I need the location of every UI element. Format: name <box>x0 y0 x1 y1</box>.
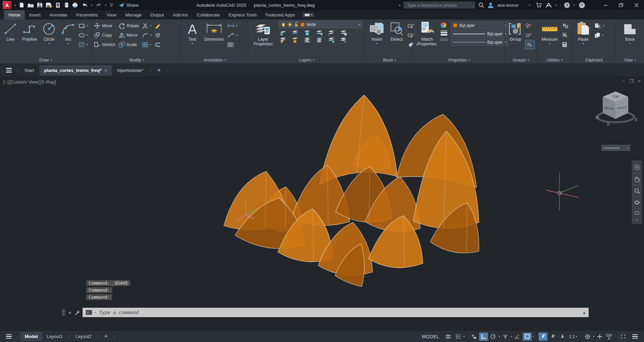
layer-state-tool-icon[interactable] <box>340 30 347 36</box>
file-tab-close-icon[interactable]: × <box>104 68 107 73</box>
nav-zoom-icon[interactable] <box>633 186 641 196</box>
minimize-button[interactable] <box>598 0 613 10</box>
nav-pan-icon[interactable] <box>633 174 641 184</box>
copy-clip-button[interactable]: ▾ <box>595 31 604 39</box>
layer-isolate-tool-icon[interactable] <box>292 30 299 36</box>
command-drag-handle[interactable] <box>62 309 65 315</box>
panel-label-properties[interactable]: Properties▾ <box>414 56 504 63</box>
file-tab-active[interactable]: planta_cortes_treino_freq* × <box>39 65 112 76</box>
layer-match-tool-icon[interactable] <box>316 30 323 36</box>
panel-label-block[interactable]: Block▾ <box>366 56 413 63</box>
new-layout-button[interactable]: + <box>100 331 112 342</box>
tab-output[interactable]: Output <box>146 10 168 19</box>
array-button[interactable]: ▾ <box>142 41 151 48</box>
autodesk-chevron-icon[interactable]: ▾ <box>555 4 557 7</box>
user-avatar-icon[interactable] <box>488 2 494 8</box>
panel-label-draw[interactable]: Draw▾ <box>0 56 91 63</box>
model-tab[interactable]: Model <box>20 332 42 341</box>
table-button[interactable] <box>228 41 237 48</box>
quick-calculator-button[interactable] <box>562 41 568 48</box>
detect-button[interactable]: Detect <box>388 21 405 42</box>
panel-label-utilities[interactable]: Utilities▾ <box>537 56 572 63</box>
annotation-scale-value[interactable]: 1:1▾ <box>568 334 579 339</box>
customization-plus-button[interactable] <box>595 333 604 341</box>
command-prompt-icon[interactable]: >_ <box>86 310 92 315</box>
osnap-tracking-toggle[interactable] <box>513 333 522 341</box>
search-input[interactable] <box>407 3 472 8</box>
ellipse-button[interactable]: ▾ <box>79 31 88 39</box>
isolate-objects-button[interactable] <box>605 333 614 341</box>
panel-label-layers[interactable]: Layers▾ <box>248 56 365 63</box>
nav-orbit-icon[interactable] <box>633 198 641 208</box>
circle-chevron-icon[interactable]: ▾ <box>48 42 50 45</box>
redo-icon[interactable] <box>95 3 102 7</box>
restore-button[interactable] <box>613 0 629 10</box>
panel-label-modify[interactable]: Modify▾ <box>92 56 182 63</box>
new-file-icon[interactable] <box>19 2 24 8</box>
move-button[interactable]: Move <box>94 22 115 30</box>
measure-chevron-icon[interactable]: ▾ <box>549 42 550 45</box>
app-store-cart-icon[interactable] <box>536 2 542 8</box>
panel-label-groups[interactable]: Groups▾ <box>505 56 537 63</box>
command-close-icon[interactable]: × <box>68 310 71 315</box>
select-similar-button[interactable] <box>562 31 568 39</box>
autodesk-logo-icon[interactable] <box>545 3 552 8</box>
quick-select-button[interactable] <box>562 22 568 30</box>
fillet-button[interactable]: ▾ <box>142 31 151 39</box>
snap-toggle[interactable] <box>454 333 462 341</box>
undo-chevron-icon[interactable]: ▾ <box>91 4 92 7</box>
cut-button[interactable]: ▾ <box>595 22 604 30</box>
app-menu-chevron-icon[interactable]: ▾ <box>14 4 16 7</box>
line-button[interactable]: Line <box>2 21 18 42</box>
command-input[interactable] <box>99 310 580 315</box>
paste-button[interactable]: Paste ▾ <box>575 21 592 45</box>
measure-button[interactable]: Measure ▾ <box>540 21 560 45</box>
tab-insert[interactable]: Insert <box>25 10 45 19</box>
lineweight-icon[interactable] <box>441 31 448 36</box>
group-button[interactable]: Group <box>507 21 524 42</box>
polar-tracking-toggle[interactable] <box>489 333 498 341</box>
tab-annotate[interactable]: Annotate <box>45 10 72 19</box>
save-as-icon[interactable] <box>46 2 52 8</box>
rotate-button[interactable]: Rotate <box>119 22 139 30</box>
text-chevron-icon[interactable]: ▾ <box>192 42 193 45</box>
layer-current-tool-icon[interactable] <box>304 37 311 43</box>
close-button[interactable] <box>629 0 644 10</box>
dimension-button[interactable]: Dimension <box>203 21 225 42</box>
new-drawing-tab-button[interactable]: + <box>154 66 164 75</box>
layer-dropdown-chevron-icon[interactable]: ▾ <box>358 23 360 26</box>
tab-collaborate[interactable]: Collaborate <box>192 10 224 19</box>
tab-parametric[interactable]: Parametric <box>72 10 102 19</box>
isodraft-chevron-icon[interactable]: ▾ <box>511 335 512 338</box>
file-tabs-menu-icon[interactable] <box>3 67 14 74</box>
nav-chevron-icon[interactable]: ▾ <box>633 217 641 222</box>
search-box[interactable] <box>404 2 475 8</box>
tab-manage[interactable]: Manage <box>121 10 146 19</box>
viewcube[interactable]: W S E TOP FRONT RIGHT <box>593 84 639 143</box>
layer-freeze-tool-icon[interactable] <box>280 30 287 36</box>
insert-chevron-icon[interactable]: ▾ <box>376 42 378 45</box>
erase-button[interactable] <box>155 22 161 30</box>
layer-prev-tool-icon[interactable] <box>328 30 335 36</box>
text-button[interactable]: A Text ▾ <box>184 21 200 45</box>
hatch-button[interactable]: ▾ <box>79 41 88 48</box>
base-chevron-icon[interactable]: ▾ <box>629 42 631 45</box>
layer-walk-tool-icon[interactable] <box>316 37 323 43</box>
ungroup-button[interactable] <box>526 22 534 30</box>
annotation-autoscale-toggle[interactable] <box>548 333 557 341</box>
lineweight-dropdown[interactable]: ByLayer ▾ <box>451 30 508 37</box>
nav-wheel-icon[interactable] <box>633 162 641 172</box>
copy-button[interactable]: Copy <box>94 31 115 39</box>
undo-icon[interactable] <box>81 3 88 7</box>
object-snap-toggle[interactable] <box>523 333 532 341</box>
file-tab-start[interactable]: Start <box>20 65 39 76</box>
polar-chevron-icon[interactable]: ▾ <box>499 335 500 338</box>
customize-quick-access-icon[interactable] <box>109 3 113 7</box>
base-button[interactable]: Base ▾ <box>621 21 639 45</box>
ortho-toggle[interactable] <box>479 333 488 341</box>
command-recent-chevron-icon[interactable]: ▾ <box>95 311 96 314</box>
mirror-button[interactable]: Mirror <box>119 31 139 39</box>
grid-toggle[interactable] <box>444 333 453 341</box>
user-menu-chevron-icon[interactable]: ▾ <box>529 4 530 7</box>
stretch-button[interactable]: Stretch <box>94 41 115 48</box>
